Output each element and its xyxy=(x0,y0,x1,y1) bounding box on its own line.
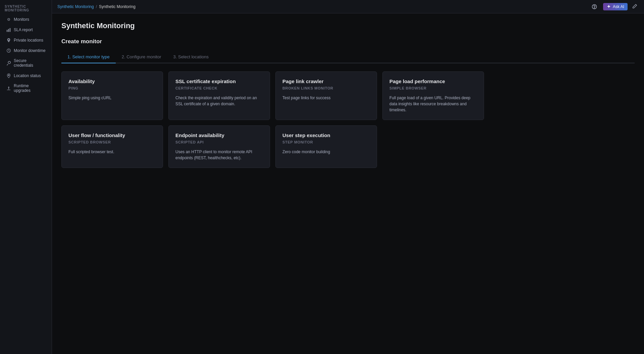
step-2-label: 2. Configure monitor xyxy=(122,54,161,59)
svg-rect-7 xyxy=(7,90,10,90)
step-3-label: 3. Select locations xyxy=(173,54,209,59)
sidebar-sla-label: SLA report xyxy=(14,27,33,32)
topbar-actions: Ask AI xyxy=(589,2,639,11)
help-icon xyxy=(592,4,597,9)
user-step-desc: Zero code monitor building xyxy=(282,149,370,155)
edit-button[interactable] xyxy=(631,2,639,11)
edit-icon xyxy=(632,4,637,9)
svg-rect-3 xyxy=(8,29,9,32)
page-link-desc: Test page links for success xyxy=(282,95,370,101)
sidebar: Synthetic Monitoring Monitors SLA report… xyxy=(0,0,52,354)
steps-bar: 1. Select monitor type 2. Configure moni… xyxy=(61,52,635,63)
monitor-card-page-link-crawler[interactable]: Page link crawler Broken Links Monitor T… xyxy=(275,71,377,120)
topbar: Synthetic Monitoring / Synthetic Monitor… xyxy=(52,0,644,13)
monitor-card-endpoint[interactable]: Endpoint availability Scripted API Uses … xyxy=(168,125,270,168)
sidebar-item-monitor-downtime[interactable]: Monitor downtime xyxy=(1,46,50,55)
sidebar-item-private-locations[interactable]: Private locations xyxy=(1,35,50,45)
help-button[interactable] xyxy=(589,3,600,11)
sidebar-credentials-label: Secure credentials xyxy=(14,58,46,68)
page-load-title: Page load performance xyxy=(389,78,477,84)
sidebar-section-label: Synthetic Monitoring xyxy=(0,0,52,14)
main-content: Synthetic Monitoring / Synthetic Monitor… xyxy=(52,0,644,354)
user-flow-desc: Full scripted browser test. xyxy=(68,149,156,155)
ask-ai-button[interactable]: Ask AI xyxy=(603,3,628,10)
availability-title: Availability xyxy=(68,78,156,84)
svg-point-9 xyxy=(594,7,594,8)
clock-icon xyxy=(6,48,11,53)
monitor-card-availability[interactable]: Availability Ping Simple ping using cURL xyxy=(61,71,163,120)
breadcrumb: Synthetic Monitoring / Synthetic Monitor… xyxy=(57,4,136,9)
sidebar-item-monitors[interactable]: Monitors xyxy=(1,14,50,24)
create-monitor-heading: Create monitor xyxy=(61,38,635,45)
monitor-card-ssl[interactable]: SSL certificate expiration Certificate C… xyxy=(168,71,270,120)
sidebar-private-label: Private locations xyxy=(14,38,43,43)
ask-ai-label: Ask AI xyxy=(613,4,624,9)
ssl-subtitle: Certificate Check xyxy=(175,86,263,90)
user-step-title: User step execution xyxy=(282,132,370,138)
breadcrumb-current: Synthetic Monitoring xyxy=(99,4,136,9)
pin-icon xyxy=(6,73,11,78)
page-link-subtitle: Broken Links Monitor xyxy=(282,86,370,90)
chart-icon xyxy=(6,27,11,32)
page-load-desc: Full page load of a given URL. Provides … xyxy=(389,95,477,113)
page-load-subtitle: Simple browser xyxy=(389,86,477,90)
ai-sparkle-icon xyxy=(606,4,611,9)
sidebar-runtime-label: Runtime upgrades xyxy=(14,83,46,93)
svg-rect-2 xyxy=(6,30,7,32)
page-link-title: Page link crawler xyxy=(282,78,370,84)
page-content: Synthetic Monitoring Create monitor 1. S… xyxy=(52,13,644,354)
step-tab-2[interactable]: 2. Configure monitor xyxy=(116,52,167,63)
endpoint-title: Endpoint availability xyxy=(175,132,263,138)
svg-point-1 xyxy=(8,19,9,20)
monitor-card-user-step[interactable]: User step execution Step Monitor Zero co… xyxy=(275,125,377,168)
step-tab-1[interactable]: 1. Select monitor type xyxy=(61,52,116,63)
ssl-title: SSL certificate expiration xyxy=(175,78,263,84)
upgrade-icon xyxy=(6,86,11,91)
step-1-label: 1. Select monitor type xyxy=(67,54,110,59)
user-flow-subtitle: Scripted browser xyxy=(68,140,156,144)
sidebar-location-label: Location status xyxy=(14,73,41,78)
endpoint-desc: Uses an HTTP client to monitor remote AP… xyxy=(175,149,263,161)
availability-desc: Simple ping using cURL xyxy=(68,95,156,101)
ssl-desc: Check the expiration and validity period… xyxy=(175,95,263,107)
sidebar-monitors-label: Monitors xyxy=(14,17,29,22)
monitor-card-page-load[interactable]: Page load performance Simple browser Ful… xyxy=(382,71,484,120)
sidebar-item-location-status[interactable]: Location status xyxy=(1,71,50,80)
breadcrumb-link[interactable]: Synthetic Monitoring xyxy=(57,4,94,9)
location-icon xyxy=(6,38,11,43)
user-flow-title: User flow / functionality xyxy=(68,132,156,138)
svg-rect-4 xyxy=(9,28,10,32)
page-title: Synthetic Monitoring xyxy=(61,21,635,30)
sidebar-downtime-label: Monitor downtime xyxy=(14,48,46,53)
breadcrumb-separator: / xyxy=(96,4,97,9)
endpoint-subtitle: Scripted API xyxy=(175,140,263,144)
key-icon xyxy=(6,61,11,66)
svg-point-6 xyxy=(8,74,9,76)
monitor-card-user-flow[interactable]: User flow / functionality Scripted brows… xyxy=(61,125,163,168)
availability-subtitle: Ping xyxy=(68,86,156,90)
sidebar-item-sla-report[interactable]: SLA report xyxy=(1,25,50,35)
monitor-type-grid: Availability Ping Simple ping using cURL… xyxy=(61,71,484,168)
sidebar-item-secure-credentials[interactable]: Secure credentials xyxy=(1,56,50,70)
sidebar-item-runtime-upgrades[interactable]: Runtime upgrades xyxy=(1,81,50,95)
monitor-icon xyxy=(6,17,11,22)
step-tab-3[interactable]: 3. Select locations xyxy=(167,52,215,63)
user-step-subtitle: Step Monitor xyxy=(282,140,370,144)
